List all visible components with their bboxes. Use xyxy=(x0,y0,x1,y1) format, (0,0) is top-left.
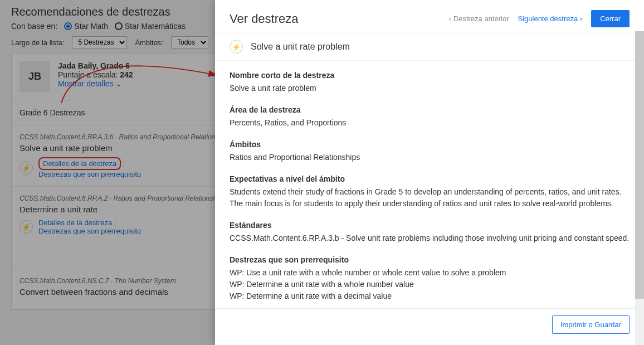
detail-label: Ámbitos xyxy=(230,139,630,150)
detail-body: CCSS.Math.Content.6.RP.A.3.b - Solve uni… xyxy=(230,232,630,244)
detail-label: Destrezas que son prerrequisito xyxy=(230,254,630,266)
panel-subhead: ⚡ Solve a unit rate problem xyxy=(215,33,644,61)
panel-skill-title: Solve a unit rate problem xyxy=(251,42,350,52)
detail-group: EstándaresCCSS.Math.Content.6.RP.A.3.b -… xyxy=(230,220,630,244)
panel-body: Nombre corto de la destrezaSolve a unit … xyxy=(215,61,644,308)
detail-body: Students extend their study of fractions… xyxy=(230,186,630,210)
detail-body: Percents, Ratios, and Proportions xyxy=(230,117,630,129)
skill-detail-panel: Ver destreza ‹ Destreza anterior Siguien… xyxy=(215,0,644,345)
detail-group: Destrezas que son prerrequisitoWP: Use a… xyxy=(230,254,630,302)
scrollbar[interactable] xyxy=(635,31,644,345)
detail-body: WP: Use a unit rate with a whole number … xyxy=(230,267,630,302)
detail-body: Ratios and Proportional Relationships xyxy=(230,152,630,163)
close-button[interactable]: Cerrar xyxy=(591,10,630,27)
panel-footer: Imprimir o Guardar xyxy=(215,308,644,345)
print-button[interactable]: Imprimir o Guardar xyxy=(552,315,630,334)
detail-label: Estándares xyxy=(230,220,630,231)
detail-label: Área de la destreza xyxy=(230,104,630,116)
detail-group: Área de la destrezaPercents, Ratios, and… xyxy=(230,104,630,129)
detail-body: Solve a unit rate problem xyxy=(230,82,630,94)
scrollbar-thumb[interactable] xyxy=(635,31,644,299)
nav-next[interactable]: Siguiente destreza › xyxy=(518,14,583,23)
panel-title: Ver destreza xyxy=(230,12,299,26)
chevron-left-icon: ‹ xyxy=(449,14,451,23)
panel-nav: ‹ Destreza anterior Siguiente destreza ›… xyxy=(449,10,630,27)
detail-group: ÁmbitosRatios and Proportional Relations… xyxy=(230,139,630,163)
detail-label: Nombre corto de la destreza xyxy=(230,70,630,81)
detail-group: Nombre corto de la destrezaSolve a unit … xyxy=(230,70,630,94)
panel-header: Ver destreza ‹ Destreza anterior Siguien… xyxy=(215,0,644,33)
detail-group: Expectativas a nivel del ámbitoStudents … xyxy=(230,173,630,210)
bolt-icon: ⚡ xyxy=(230,40,243,54)
detail-label: Expectativas a nivel del ámbito xyxy=(230,173,630,185)
chevron-right-icon: › xyxy=(580,14,582,23)
nav-prev: ‹ Destreza anterior xyxy=(449,14,509,23)
